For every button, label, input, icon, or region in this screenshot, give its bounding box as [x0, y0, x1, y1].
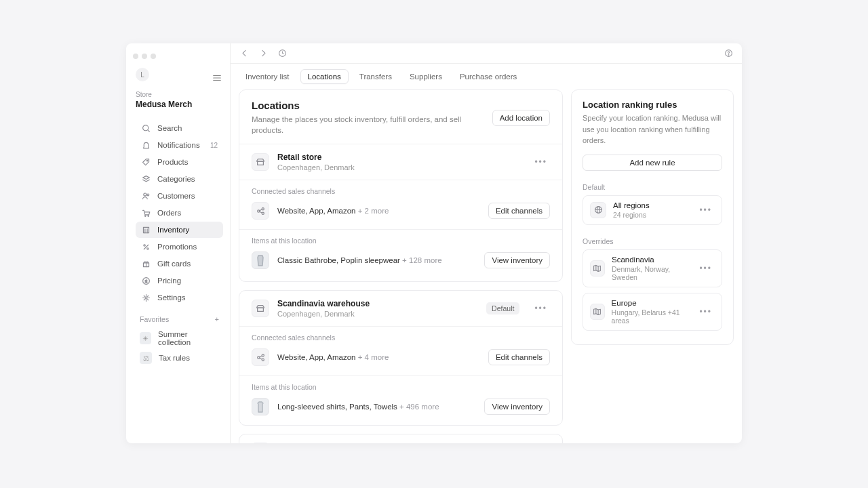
- rule-card[interactable]: Europe Hungary, Belarus +41 areas •••: [583, 293, 722, 331]
- store-name: Medusa Merch: [136, 100, 223, 109]
- default-section-label: Default: [572, 176, 733, 195]
- svg-point-27: [262, 212, 264, 214]
- items-text: Classic Bathrobe, Poplin sleepwear + 128…: [277, 256, 442, 264]
- rule-menu-button[interactable]: •••: [696, 307, 715, 317]
- svg-point-26: [262, 207, 264, 209]
- items-text: Long-sleeved shirts, Pants, Towels + 496…: [277, 403, 439, 411]
- location-row: Retail store Copenhagen, Denmark •••: [239, 144, 562, 180]
- ranking-title: Location ranking rules: [572, 90, 733, 113]
- gear-icon: [141, 293, 151, 302]
- building-icon: [141, 225, 151, 235]
- sidebar-item-notifications[interactable]: Notifications 12: [136, 137, 223, 153]
- location-card: Europe warehouse: [239, 434, 563, 443]
- location-name: Scandinavia warehouse: [277, 299, 370, 308]
- sidebar-item-label: Promotions: [157, 243, 197, 251]
- add-rule-button[interactable]: Add new rule: [583, 155, 722, 171]
- view-inventory-button[interactable]: View inventory: [484, 399, 550, 415]
- location-row: Europe warehouse: [239, 434, 562, 443]
- main: Inventory list Locations Transfers Suppl…: [231, 43, 742, 443]
- svg-point-16: [146, 247, 148, 249]
- location-menu-button[interactable]: •••: [532, 157, 550, 167]
- rule-sub: Denmark, Norway, Sweden: [612, 265, 690, 281]
- favorite-label: Summer collection: [158, 330, 219, 346]
- sidebar-item-settings[interactable]: Settings: [136, 289, 223, 306]
- sidebar-item-orders[interactable]: Orders: [136, 205, 223, 221]
- svg-line-35: [259, 358, 261, 359]
- location-menu-button[interactable]: •••: [532, 304, 550, 313]
- edit-channels-button[interactable]: Edit channels: [488, 349, 550, 365]
- items-section: Items at this location Classic Bathrobe,…: [239, 229, 562, 279]
- add-favorite-button[interactable]: +: [215, 315, 219, 323]
- content: Locations Manage the places you stock in…: [231, 89, 742, 443]
- search-icon: [141, 123, 151, 133]
- avatar[interactable]: L: [136, 68, 149, 81]
- items-label: Items at this location: [252, 237, 550, 245]
- nav-back-button[interactable]: [239, 48, 250, 59]
- history-button[interactable]: [277, 48, 288, 59]
- sidebar-item-search[interactable]: Search: [136, 120, 223, 136]
- rule-card[interactable]: All regions 24 regions •••: [583, 195, 722, 225]
- rule-name: Europe: [612, 299, 690, 307]
- rule-sub: Hungary, Belarus +41 areas: [612, 308, 690, 325]
- svg-rect-11: [143, 227, 149, 232]
- rule-menu-button[interactable]: •••: [696, 205, 715, 215]
- view-inventory-button[interactable]: View inventory: [484, 252, 550, 268]
- svg-point-25: [257, 210, 259, 212]
- topbar: [231, 43, 742, 64]
- svg-line-29: [259, 211, 261, 213]
- favorite-thumb: ☀: [140, 332, 151, 344]
- rule-sub: 24 regions: [613, 211, 650, 219]
- help-button[interactable]: [723, 48, 734, 59]
- tab-purchase-orders[interactable]: Purchase orders: [453, 70, 524, 83]
- tab-suppliers[interactable]: Suppliers: [403, 70, 449, 83]
- favorite-label: Tax rules: [159, 354, 190, 362]
- tab-locations[interactable]: Locations: [300, 69, 349, 84]
- svg-point-7: [143, 193, 146, 196]
- map-icon: [590, 304, 605, 320]
- sidebar-item-pricing[interactable]: Pricing: [136, 272, 223, 289]
- svg-line-28: [259, 209, 261, 211]
- favorite-item[interactable]: ☀ Summer collection: [136, 327, 223, 349]
- layers-icon: [141, 174, 151, 184]
- store-label: Store: [136, 91, 223, 98]
- tag-icon: [141, 157, 151, 167]
- channels-section: Connected sales channels Website, App, A…: [239, 326, 562, 375]
- sidebar-item-label: Inventory: [157, 226, 189, 234]
- ranking-panel: Location ranking rules Specify your loca…: [571, 89, 734, 345]
- sidebar-item-gift-cards[interactable]: Gift cards: [136, 256, 223, 272]
- store-icon: [252, 443, 269, 443]
- edit-channels-button[interactable]: Edit channels: [488, 203, 550, 219]
- sidebar-item-label: Categories: [157, 175, 195, 183]
- sidebar-item-inventory[interactable]: Inventory: [136, 222, 223, 238]
- svg-line-14: [144, 245, 149, 249]
- svg-point-31: [257, 357, 259, 359]
- sidebar-item-label: Settings: [157, 293, 186, 302]
- sidebar-item-label: Pricing: [157, 277, 181, 285]
- add-location-button[interactable]: Add location: [492, 110, 550, 126]
- default-badge: Default: [486, 302, 519, 314]
- page-title: Locations: [252, 100, 492, 111]
- svg-line-4: [147, 129, 149, 131]
- sidebar-item-label: Customers: [157, 192, 195, 200]
- sidebar-item-label: Products: [157, 158, 188, 166]
- ranking-subtitle: Specify your location ranking. Medusa wi…: [572, 113, 733, 155]
- nav-forward-button[interactable]: [258, 48, 269, 59]
- channels-section: Connected sales channels Website, App, A…: [239, 180, 562, 229]
- location-address: Copenhagen, Denmark: [277, 310, 370, 318]
- sidebar-item-categories[interactable]: Categories: [136, 171, 223, 187]
- sidebar-collapse-button[interactable]: [211, 72, 223, 84]
- location-address: Copenhagen, Denmark: [277, 163, 355, 171]
- sidebar-item-customers[interactable]: Customers: [136, 188, 223, 204]
- sidebar-item-promotions[interactable]: Promotions: [136, 239, 223, 255]
- svg-line-34: [259, 356, 261, 357]
- tab-inventory-list[interactable]: Inventory list: [239, 70, 296, 83]
- cart-icon: [141, 208, 151, 218]
- channels-icon: [252, 202, 269, 220]
- ranking-column: Location ranking rules Specify your loca…: [571, 89, 734, 345]
- favorite-item[interactable]: ⚖ Tax rules: [136, 349, 223, 367]
- sidebar-item-products[interactable]: Products: [136, 154, 223, 170]
- rule-card[interactable]: Scandinavia Denmark, Norway, Sweden •••: [583, 249, 722, 287]
- svg-point-10: [147, 215, 149, 216]
- rule-menu-button[interactable]: •••: [696, 264, 715, 273]
- tab-transfers[interactable]: Transfers: [353, 70, 399, 83]
